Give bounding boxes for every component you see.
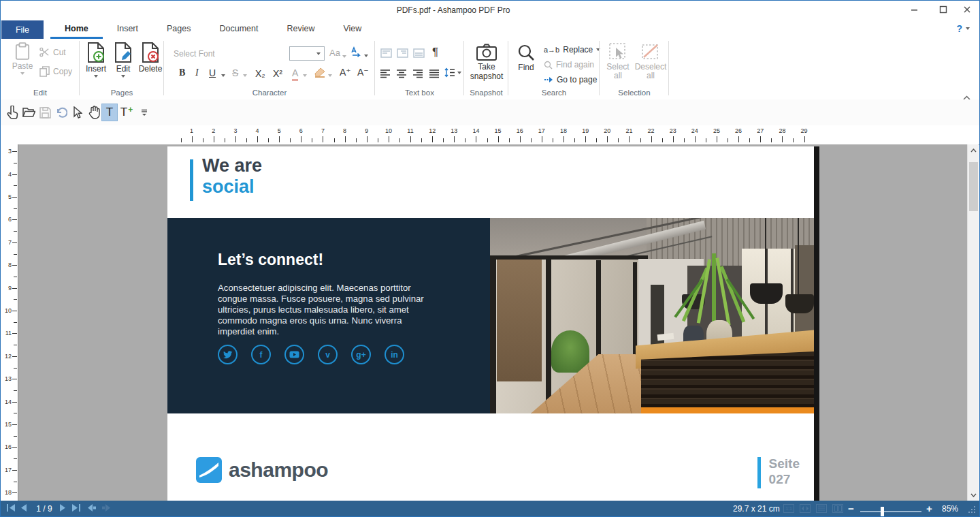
find-button[interactable]: Find [514,44,538,72]
zoom-slider-thumb[interactable] [881,507,884,516]
youtube-icon[interactable] [284,345,304,364]
align-justify-button[interactable] [429,69,440,81]
previous-page-button[interactable] [20,503,27,512]
chevron-down-icon [970,493,977,497]
hruler-tick [454,136,455,142]
cut-button[interactable]: Cut [39,47,66,57]
scroll-up-button[interactable] [968,144,979,156]
close-button[interactable] [956,1,979,18]
line-spacing-button[interactable] [444,67,461,78]
hruler-tick [520,136,521,142]
linkedin-icon[interactable]: in [385,345,404,364]
textbox-fit-button[interactable] [380,48,392,61]
scroll-down-button[interactable] [968,489,979,501]
change-case-button[interactable]: Aa [329,48,346,58]
copy-button[interactable]: Copy [39,66,72,77]
minimize-button[interactable] [903,1,926,18]
zoom-out-button[interactable]: − [848,503,854,514]
hruler-number: 16 [517,127,523,134]
align-center-button[interactable] [397,69,407,81]
insert-page-button[interactable]: Insert [82,42,110,78]
next-view-button[interactable] [101,503,112,512]
first-page-button[interactable] [6,503,16,512]
tab-document[interactable]: Document [205,20,272,39]
document-workspace[interactable]: We are social Let’s connect! Aconsectetu… [18,144,967,501]
last-page-button[interactable] [71,503,81,512]
save-button[interactable] [37,104,53,121]
subscript-button[interactable]: X₂ [255,68,265,79]
zoom-slider-track[interactable] [860,511,921,512]
take-snapshot-button[interactable]: Take snapshot [470,44,504,81]
zoom-in-button[interactable]: + [926,503,932,514]
align-right-button[interactable] [413,69,423,81]
fit-width-icon[interactable] [800,504,811,513]
select-tool-button[interactable] [69,104,86,121]
open-file-button[interactable] [20,104,37,121]
select-all-button[interactable]: Selectall [602,42,634,80]
tab-insert[interactable]: Insert [103,20,152,39]
font-size-combobox[interactable] [289,46,325,61]
go-to-page-button[interactable]: Go to page [544,75,597,84]
find-again-label: Find again [556,60,594,69]
highlight-caret[interactable] [328,74,332,77]
twitter-icon[interactable] [218,345,238,364]
tab-review[interactable]: Review [272,20,329,39]
maximize-button[interactable] [932,1,955,18]
touch-mode-button[interactable] [4,104,20,121]
underline-button[interactable]: U [209,67,216,78]
page-delete-icon [142,42,159,63]
tab-home[interactable]: Home [50,20,103,39]
paste-button[interactable]: Paste [7,42,37,75]
replace-button[interactable]: a→b Replace [544,45,600,54]
facebook-icon[interactable]: f [251,345,271,364]
delete-page-button[interactable]: Delete [137,42,164,74]
highlight-button[interactable] [314,67,326,81]
font-color-caret[interactable] [303,74,307,77]
align-left-button[interactable] [380,69,391,81]
bold-button[interactable]: B [179,67,185,78]
strikethrough-button[interactable]: S [232,67,238,78]
tab-view[interactable]: View [329,20,376,39]
deselect-all-button[interactable]: Deselectall [635,42,666,80]
pilcrow-button[interactable]: ¶ [432,46,438,59]
google-plus-icon[interactable]: g+ [351,345,371,364]
edit-page-button[interactable]: Edit [111,42,135,78]
resize-grip[interactable] [968,506,975,513]
fit-page-icon[interactable] [816,504,827,513]
tab-file[interactable]: File [1,20,44,39]
font-color-button[interactable]: A [292,67,298,81]
find-again-button[interactable]: Find again [544,60,594,69]
pan-tool-button[interactable] [86,104,102,121]
vruler-number: 12 [5,353,12,360]
zoom-percentage[interactable]: 85% [942,504,958,514]
pdf-page[interactable]: We are social Let’s connect! Aconsectetu… [167,146,814,501]
textbox-grow-button[interactable] [413,48,425,61]
deselect-all-icon [641,42,660,61]
previous-view-button[interactable] [86,503,97,512]
two-page-icon[interactable] [832,504,843,513]
scrollbar-thumb[interactable] [969,162,978,211]
undo-button[interactable] [53,104,69,121]
hruler-tick [771,138,772,142]
text-direction-button[interactable] [350,46,368,57]
line-spacing-icon [444,67,455,78]
next-page-button[interactable] [59,503,67,512]
actual-size-icon[interactable]: 1:1 [783,504,794,513]
photo-plant-blade [712,253,716,325]
toolbar-overflow-button[interactable] [136,104,152,121]
italic-button[interactable]: I [195,67,199,78]
vimeo-icon[interactable]: v [318,345,338,364]
decrease-font-button[interactable]: A⁻ [357,67,369,78]
increase-font-button[interactable]: A⁺ [340,67,351,78]
page-indicator[interactable]: 1 / 9 [32,504,56,514]
strikethrough-options-caret[interactable] [243,74,247,77]
text-tool-button[interactable]: T [101,104,118,121]
chevron-up-icon [970,148,977,153]
superscript-button[interactable]: X² [273,68,282,79]
help-button[interactable]: ? [956,23,970,34]
textbox-shrink-button[interactable] [397,48,408,61]
underline-options-caret[interactable] [221,74,225,77]
tab-pages[interactable]: Pages [152,20,205,39]
vertical-scrollbar[interactable] [967,144,979,501]
add-text-button[interactable]: T + [118,104,135,121]
